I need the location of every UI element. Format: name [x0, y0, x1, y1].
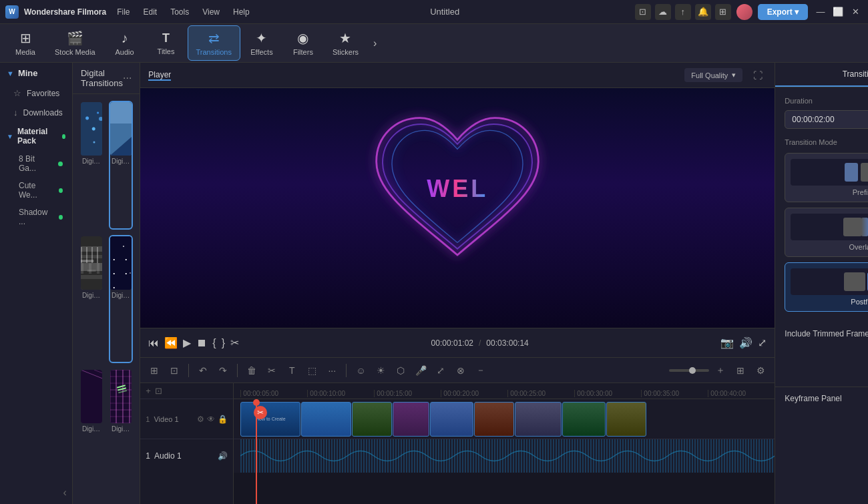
- transition-card-2[interactable]: Digital Transition Tran _: [79, 235, 103, 364]
- fullscreen-icon[interactable]: ⛶: [749, 67, 767, 84]
- cloud-icon[interactable]: ↑: [675, 4, 691, 20]
- undo-icon[interactable]: ↶: [194, 362, 212, 379]
- toolbar-titles[interactable]: T Titles: [146, 27, 186, 59]
- menu-edit[interactable]: Edit: [138, 5, 162, 19]
- transition-card-3[interactable]: Digital Transition Tran _: [109, 235, 133, 364]
- toolbar-audio[interactable]: ♪ Audio: [105, 27, 145, 60]
- community-icon[interactable]: ⊞: [715, 4, 731, 20]
- transition-card-5[interactable]: Digital Transition Tran _: [109, 368, 133, 497]
- transitions-more-icon[interactable]: ···: [123, 72, 132, 84]
- window-title: Untitled: [430, 7, 459, 17]
- volume-icon[interactable]: 🔊: [739, 336, 752, 349]
- toolbar-filters[interactable]: ◉ Filters: [283, 26, 323, 60]
- material-pack-section[interactable]: ▼ Material Pack: [0, 122, 72, 150]
- total-time: 00:03:00:14: [486, 338, 528, 348]
- collapse-panel-icon[interactable]: ‹: [63, 487, 67, 499]
- toolbar-more-icon[interactable]: ›: [368, 37, 382, 49]
- skip-back-icon[interactable]: ⏮: [148, 337, 159, 349]
- frame-back-icon[interactable]: ⏪: [164, 336, 178, 349]
- sidebar-item-8bit[interactable]: 8 Bit Ga...: [0, 150, 72, 177]
- sidebar-item-favorites[interactable]: ☆ Favorites: [0, 83, 72, 103]
- expand-icon[interactable]: ⤢: [758, 336, 767, 349]
- minimize-button[interactable]: —: [813, 5, 828, 19]
- camera-icon[interactable]: 📷: [720, 336, 734, 349]
- text-icon[interactable]: T: [283, 362, 300, 379]
- toolbar-stickers[interactable]: ★ Stickers: [324, 26, 367, 60]
- crop-icon[interactable]: ⬚: [303, 362, 320, 379]
- video-clip-3[interactable]: [393, 402, 429, 437]
- add-track-icon[interactable]: ⊞: [146, 362, 163, 379]
- video-track-eye-icon[interactable]: 👁: [207, 415, 215, 424]
- zoom-slider[interactable]: [669, 369, 709, 372]
- tab-player[interactable]: Player: [148, 70, 171, 81]
- mine-section-header[interactable]: ▼ Mine: [0, 63, 72, 83]
- menu-tools[interactable]: Tools: [165, 5, 194, 19]
- right-panel: Transitions Duration Apply to All Transi…: [775, 63, 868, 504]
- effects-icon: ✦: [256, 30, 267, 46]
- video-clip-2[interactable]: [352, 402, 392, 437]
- sidebar-item-cute[interactable]: Cute We...: [0, 177, 72, 204]
- mark-out-icon[interactable]: }: [222, 337, 225, 349]
- account-icon[interactable]: ☁: [655, 4, 671, 20]
- video-clip-0[interactable]: How to Create: [240, 402, 300, 437]
- shield-icon[interactable]: ⬡: [392, 362, 409, 379]
- toolbar-transitions[interactable]: ⇄ Transitions: [188, 25, 240, 61]
- menu-file[interactable]: File: [112, 5, 135, 19]
- settings-icon[interactable]: ⚙: [752, 362, 769, 379]
- sidebar-item-downloads[interactable]: ↓ Downloads: [0, 103, 72, 122]
- clip-icon[interactable]: ✂: [230, 336, 239, 349]
- menu-view[interactable]: View: [197, 5, 225, 19]
- smile-icon[interactable]: ☺: [352, 362, 369, 379]
- minimize-window-icon[interactable]: ⊡: [635, 4, 651, 20]
- cut-icon[interactable]: ✂: [263, 362, 280, 379]
- split-icon[interactable]: ⊗: [452, 362, 469, 379]
- delete-icon[interactable]: 🗑: [243, 362, 260, 379]
- video-track-lock-icon[interactable]: 🔒: [218, 415, 228, 424]
- video-clip-6[interactable]: [515, 402, 562, 437]
- snap-icon[interactable]: ⊡: [155, 386, 162, 396]
- video-clip-1[interactable]: [301, 402, 351, 437]
- mix-icon[interactable]: ⤢: [432, 362, 449, 379]
- transition-card-0[interactable]: Digital Transition Tran _: [79, 101, 103, 230]
- mode-overlap[interactable]: Overlap: [785, 208, 868, 257]
- maximize-button[interactable]: ⬜: [831, 5, 845, 19]
- audio-track-volume-icon[interactable]: 🔊: [218, 451, 228, 461]
- sun-icon[interactable]: ☀: [372, 362, 389, 379]
- redo-icon[interactable]: ↷: [214, 362, 232, 379]
- audio-label: Audio: [115, 48, 134, 56]
- video-clip-5[interactable]: [474, 402, 514, 437]
- toolbar-media[interactable]: ⊞ Media: [5, 26, 45, 60]
- transition-card-1[interactable]: Digital Transition Tran _: [109, 101, 133, 230]
- sidebar-item-shadow[interactable]: Shadow ...: [0, 204, 72, 230]
- titlebar-right: ⊡ ☁ ↑ 🔔 ⊞ ⊞Export ▾ — ⬜ ✕: [635, 4, 863, 20]
- magnet-icon[interactable]: ⊡: [166, 362, 183, 379]
- toolbar-effects[interactable]: ✦ Effects: [242, 26, 282, 60]
- video-clip-4[interactable]: [430, 402, 473, 437]
- mode-postfix[interactable]: Postfix: [785, 262, 868, 312]
- mode-prefix[interactable]: Prefix: [785, 153, 868, 202]
- user-avatar[interactable]: [736, 4, 752, 20]
- transition-thumb-5: [110, 370, 132, 423]
- more-tools-icon[interactable]: ···: [323, 362, 341, 379]
- quality-selector[interactable]: Full Quality ▾: [684, 68, 742, 82]
- grid-icon[interactable]: ⊞: [732, 362, 749, 379]
- video-clip-7[interactable]: [562, 402, 606, 437]
- zoom-out-icon[interactable]: －: [472, 362, 489, 379]
- video-track-settings-icon[interactable]: ⚙: [197, 415, 204, 424]
- postfix-label: Postfix: [851, 298, 868, 306]
- tab-transitions[interactable]: Transitions: [775, 63, 868, 87]
- play-icon[interactable]: ▶: [183, 336, 191, 349]
- video-clip-8[interactable]: [606, 402, 646, 437]
- stop-icon[interactable]: ⏹: [196, 337, 207, 349]
- close-button[interactable]: ✕: [848, 5, 863, 19]
- notification-icon[interactable]: 🔔: [695, 4, 711, 20]
- toolbar-stock-media[interactable]: 🎬 Stock Media: [47, 26, 103, 60]
- transition-card-4[interactable]: Digital Transition Tran _: [79, 368, 103, 497]
- add-video-icon[interactable]: +: [146, 386, 151, 396]
- mic-icon[interactable]: 🎤: [412, 362, 429, 379]
- duration-input[interactable]: [785, 110, 868, 129]
- zoom-in-icon[interactable]: ＋: [712, 362, 729, 379]
- mark-in-icon[interactable]: {: [212, 337, 216, 349]
- menu-help[interactable]: Help: [228, 5, 255, 19]
- export-button[interactable]: ⊞Export ▾: [758, 4, 808, 20]
